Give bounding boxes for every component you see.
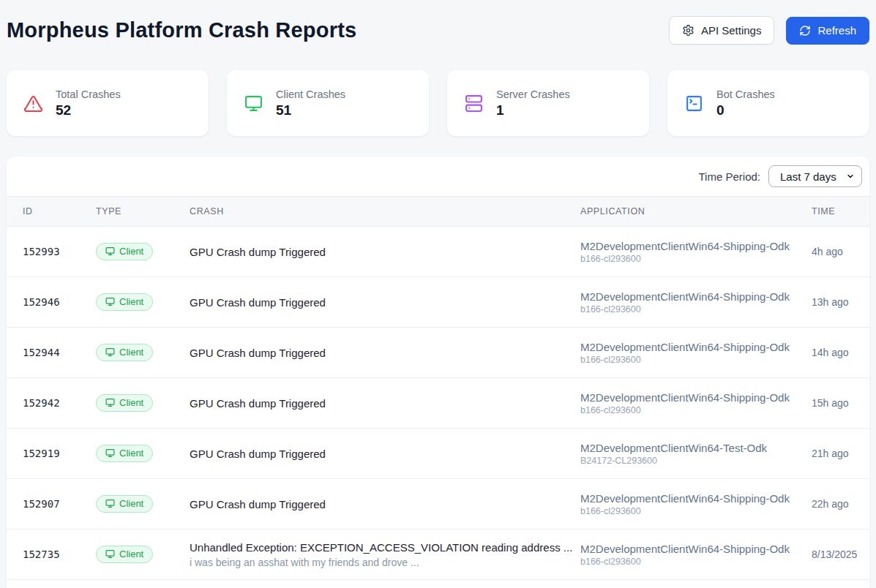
type-badge-label: Client bbox=[119, 549, 143, 559]
time-period-select-wrap: Last 7 days bbox=[768, 165, 862, 187]
api-settings-button[interactable]: API Settings bbox=[669, 16, 775, 45]
stats-row: Total Crashes 52 Client Crashes 51 Serve… bbox=[7, 70, 869, 136]
table-row[interactable]: 152907 Client GPU Crash dump Triggered M… bbox=[7, 479, 869, 529]
type-badge: Client bbox=[96, 394, 153, 412]
crash-time: 15h ago bbox=[812, 378, 869, 429]
application-name: M2DevelopmentClientWin64-Shipping-Odk bbox=[580, 543, 812, 555]
column-header-id: ID bbox=[7, 197, 96, 227]
crash-title: GPU Crash dump Triggered bbox=[190, 347, 580, 359]
crash-id: 152907 bbox=[7, 479, 96, 529]
application-build: b166-cl293600 bbox=[580, 405, 812, 415]
application-name: M2DevelopmentClientWin64-Shipping-Odk bbox=[580, 492, 812, 505]
type-badge: Client bbox=[96, 293, 153, 311]
application-name: M2DevelopmentClientWin64-Shipping-Odk bbox=[580, 290, 812, 303]
crash-title: GPU Crash dump Triggered bbox=[190, 498, 580, 510]
page-container: Morpheus Platform Crash Reports API Sett… bbox=[0, 16, 876, 588]
gear-icon bbox=[682, 24, 695, 37]
crash-time: 4h ago bbox=[812, 227, 869, 277]
application-build: b166-cl293600 bbox=[580, 304, 812, 314]
stat-label: Server Crashes bbox=[496, 88, 570, 100]
application-build: b166-cl293600 bbox=[580, 254, 812, 264]
application-name: M2DevelopmentClientWin64-Shipping-Odk bbox=[580, 341, 812, 353]
crash-title: GPU Crash dump Triggered bbox=[190, 296, 580, 309]
refresh-label: Refresh bbox=[817, 25, 856, 36]
type-badge: Client bbox=[96, 243, 153, 260]
type-badge: Client bbox=[96, 344, 153, 361]
type-badge: Client bbox=[96, 445, 153, 462]
crash-time: 21h ago bbox=[812, 429, 869, 479]
stat-card-client-crashes: Client Crashes 51 bbox=[227, 70, 429, 136]
table-row[interactable]: 152942 Client GPU Crash dump Triggered M… bbox=[7, 378, 869, 429]
crash-reports-panel: Time Period: Last 7 days ID TYPE CRASH bbox=[7, 157, 869, 588]
type-badge: Client bbox=[96, 495, 153, 513]
type-badge-label: Client bbox=[119, 246, 143, 257]
application-build: b166-cl293600 bbox=[580, 557, 812, 567]
monitor-icon bbox=[105, 347, 115, 357]
table-row[interactable]: 152944 Client GPU Crash dump Triggered M… bbox=[7, 328, 869, 378]
column-header-type: TYPE bbox=[96, 197, 190, 227]
type-badge-label: Client bbox=[119, 499, 143, 509]
crash-time: 13h ago bbox=[812, 277, 869, 328]
crash-title: Unhandled Exception: EXCEPTION_ACCESS_VI… bbox=[190, 541, 580, 554]
crash-time: 14h ago bbox=[812, 328, 869, 378]
monitor-icon bbox=[244, 94, 263, 113]
stat-value: 51 bbox=[276, 102, 345, 118]
application-name: M2DevelopmentClientWin64-Shipping-Odk bbox=[580, 391, 812, 404]
monitor-icon bbox=[105, 549, 115, 559]
time-period-select[interactable]: Last 7 days bbox=[768, 165, 862, 187]
stat-card-bot-crashes: Bot Crashes 0 bbox=[667, 70, 869, 136]
type-badge: Client bbox=[96, 546, 153, 563]
crash-id: 152993 bbox=[7, 227, 96, 277]
header-actions: API Settings Refresh bbox=[669, 16, 869, 45]
crash-title: GPU Crash dump Triggered bbox=[190, 448, 580, 460]
stat-card-server-crashes: Server Crashes 1 bbox=[447, 70, 649, 136]
application-build: b166-cl293600 bbox=[580, 506, 812, 516]
crash-id: 152946 bbox=[7, 277, 96, 328]
application-name: M2DevelopmentClientWin64-Shipping-Odk bbox=[580, 240, 812, 252]
type-badge-label: Client bbox=[119, 297, 143, 307]
filter-bar: Time Period: Last 7 days bbox=[7, 157, 869, 196]
alert-triangle-icon bbox=[24, 94, 42, 113]
monitor-icon bbox=[105, 448, 115, 458]
crash-detail: i was being an asshat with my friends an… bbox=[190, 557, 580, 568]
crash-time: 22h ago bbox=[812, 479, 869, 529]
application-build: B24172-CL293600 bbox=[580, 456, 812, 466]
monitor-icon bbox=[105, 499, 115, 508]
crash-id: 152919 bbox=[7, 429, 96, 479]
crash-table-header: ID TYPE CRASH APPLICATION TIME bbox=[7, 197, 869, 227]
column-header-application: APPLICATION bbox=[580, 197, 812, 227]
monitor-icon bbox=[105, 398, 115, 407]
crash-id: 152735 bbox=[7, 529, 96, 580]
stat-value: 1 bbox=[496, 102, 570, 118]
type-badge-label: Client bbox=[119, 448, 143, 459]
monitor-icon bbox=[105, 246, 115, 256]
crash-id: 152942 bbox=[7, 378, 96, 429]
crash-time: 8/13/2025 bbox=[812, 529, 869, 580]
stat-label: Client Crashes bbox=[276, 88, 345, 100]
type-badge-label: Client bbox=[119, 347, 143, 358]
crash-title: GPU Crash dump Triggered bbox=[190, 397, 580, 410]
column-header-crash: CRASH bbox=[190, 197, 580, 227]
crash-id: 152944 bbox=[7, 328, 96, 378]
table-row[interactable]: 152919 Client GPU Crash dump Triggered M… bbox=[7, 429, 869, 479]
page-title: Morpheus Platform Crash Reports bbox=[7, 18, 356, 42]
crash-table: ID TYPE CRASH APPLICATION TIME 152993 Cl… bbox=[7, 196, 869, 588]
application-name: M2DevelopmentClientWin64-Test-Odk bbox=[580, 442, 812, 454]
server-icon bbox=[465, 94, 483, 113]
time-period-label: Time Period: bbox=[699, 170, 760, 183]
api-settings-label: API Settings bbox=[701, 25, 762, 36]
table-row[interactable]: 152735 Client Unhandled Exception: EXCEP… bbox=[7, 529, 869, 580]
column-header-time: TIME bbox=[812, 197, 869, 227]
stat-card-total-crashes: Total Crashes 52 bbox=[7, 70, 209, 136]
table-row[interactable]: 152946 Client GPU Crash dump Triggered M… bbox=[7, 277, 869, 328]
monitor-icon bbox=[105, 297, 115, 306]
type-badge-label: Client bbox=[119, 398, 143, 408]
application-build: b166-cl293600 bbox=[580, 355, 812, 365]
refresh-button[interactable]: Refresh bbox=[786, 17, 869, 45]
stat-value: 0 bbox=[716, 102, 775, 118]
stat-value: 52 bbox=[56, 102, 121, 118]
table-row[interactable]: 152993 Client GPU Crash dump Triggered M… bbox=[7, 227, 869, 277]
stat-label: Total Crashes bbox=[56, 88, 121, 100]
table-row-partial[interactable] bbox=[7, 580, 869, 588]
page-header: Morpheus Platform Crash Reports API Sett… bbox=[7, 16, 869, 45]
